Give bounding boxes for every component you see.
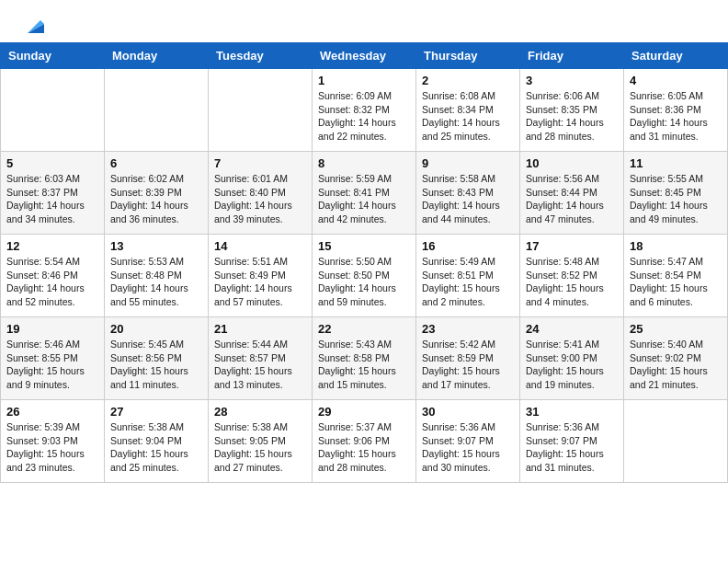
day-number: 9: [422, 156, 514, 170]
day-info: Sunrise: 5:59 AMSunset: 8:41 PMDaylight:…: [318, 172, 410, 226]
day-number: 1: [318, 74, 410, 87]
day-cell-13: 13Sunrise: 5:53 AMSunset: 8:48 PMDayligh…: [105, 235, 209, 317]
day-info: Sunrise: 5:55 AMSunset: 8:45 PMDaylight:…: [630, 172, 722, 226]
logo-icon: [24, 17, 44, 33]
day-cell-29: 29Sunrise: 5:37 AMSunset: 9:06 PMDayligh…: [313, 400, 416, 483]
day-info: Sunrise: 6:08 AMSunset: 8:34 PMDaylight:…: [422, 89, 514, 144]
day-info: Sunrise: 5:53 AMSunset: 8:48 PMDaylight:…: [110, 255, 202, 309]
day-number: 15: [318, 239, 410, 253]
day-cell-28: 28Sunrise: 5:38 AMSunset: 9:05 PMDayligh…: [209, 400, 313, 483]
weekday-header-sunday: Sunday: [1, 43, 105, 69]
week-row-4: 19Sunrise: 5:46 AMSunset: 8:55 PMDayligh…: [1, 317, 728, 400]
day-number: 21: [214, 322, 306, 336]
day-number: 17: [526, 239, 618, 253]
empty-cell: [624, 400, 728, 483]
day-info: Sunrise: 5:39 AMSunset: 9:03 PMDaylight:…: [6, 420, 98, 475]
day-info: Sunrise: 5:36 AMSunset: 9:07 PMDaylight:…: [422, 420, 514, 475]
day-number: 22: [318, 322, 410, 336]
day-info: Sunrise: 6:02 AMSunset: 8:39 PMDaylight:…: [110, 172, 202, 226]
day-cell-4: 4Sunrise: 6:05 AMSunset: 8:36 PMDaylight…: [624, 69, 728, 152]
logo: [22, 17, 44, 33]
empty-cell: [1, 69, 105, 152]
day-info: Sunrise: 5:45 AMSunset: 8:56 PMDaylight:…: [110, 338, 202, 392]
empty-cell: [209, 69, 313, 152]
day-cell-31: 31Sunrise: 5:36 AMSunset: 9:07 PMDayligh…: [520, 400, 624, 483]
week-row-3: 12Sunrise: 5:54 AMSunset: 8:46 PMDayligh…: [1, 235, 728, 317]
day-cell-1: 1Sunrise: 6:09 AMSunset: 8:32 PMDaylight…: [313, 69, 416, 152]
day-number: 4: [630, 74, 722, 87]
weekday-header-thursday: Thursday: [416, 43, 520, 69]
day-number: 30: [422, 405, 514, 419]
day-cell-19: 19Sunrise: 5:46 AMSunset: 8:55 PMDayligh…: [1, 317, 105, 400]
day-cell-26: 26Sunrise: 5:39 AMSunset: 9:03 PMDayligh…: [1, 400, 105, 483]
day-info: Sunrise: 5:46 AMSunset: 8:55 PMDaylight:…: [6, 338, 98, 392]
day-number: 27: [110, 405, 202, 419]
day-number: 19: [6, 322, 98, 336]
day-info: Sunrise: 5:42 AMSunset: 8:59 PMDaylight:…: [422, 338, 514, 392]
day-info: Sunrise: 5:51 AMSunset: 8:49 PMDaylight:…: [214, 255, 306, 309]
day-number: 23: [422, 322, 514, 336]
day-number: 24: [526, 322, 618, 336]
day-cell-24: 24Sunrise: 5:41 AMSunset: 9:00 PMDayligh…: [520, 317, 624, 400]
day-info: Sunrise: 5:56 AMSunset: 8:44 PMDaylight:…: [526, 172, 618, 226]
day-number: 11: [630, 156, 722, 170]
day-cell-10: 10Sunrise: 5:56 AMSunset: 8:44 PMDayligh…: [520, 152, 624, 235]
day-cell-9: 9Sunrise: 5:58 AMSunset: 8:43 PMDaylight…: [416, 152, 520, 235]
day-number: 5: [6, 156, 98, 170]
day-number: 10: [526, 156, 618, 170]
calendar-table: SundayMondayTuesdayWednesdayThursdayFrid…: [0, 42, 728, 483]
day-number: 18: [630, 239, 722, 253]
day-info: Sunrise: 5:37 AMSunset: 9:06 PMDaylight:…: [318, 420, 410, 475]
weekday-header-saturday: Saturday: [624, 43, 728, 69]
day-number: 7: [214, 156, 306, 170]
day-info: Sunrise: 5:47 AMSunset: 8:54 PMDaylight:…: [630, 255, 722, 309]
day-cell-21: 21Sunrise: 5:44 AMSunset: 8:57 PMDayligh…: [209, 317, 313, 400]
day-cell-6: 6Sunrise: 6:02 AMSunset: 8:39 PMDaylight…: [105, 152, 209, 235]
day-number: 26: [6, 405, 98, 419]
day-cell-11: 11Sunrise: 5:55 AMSunset: 8:45 PMDayligh…: [624, 152, 728, 235]
day-cell-3: 3Sunrise: 6:06 AMSunset: 8:35 PMDaylight…: [520, 69, 624, 152]
week-row-5: 26Sunrise: 5:39 AMSunset: 9:03 PMDayligh…: [1, 400, 728, 483]
weekday-header-wednesday: Wednesday: [313, 43, 416, 69]
day-info: Sunrise: 5:43 AMSunset: 8:58 PMDaylight:…: [318, 338, 410, 392]
day-info: Sunrise: 6:01 AMSunset: 8:40 PMDaylight:…: [214, 172, 306, 226]
day-cell-20: 20Sunrise: 5:45 AMSunset: 8:56 PMDayligh…: [105, 317, 209, 400]
day-number: 20: [110, 322, 202, 336]
day-number: 31: [526, 405, 618, 419]
day-cell-17: 17Sunrise: 5:48 AMSunset: 8:52 PMDayligh…: [520, 235, 624, 317]
day-info: Sunrise: 6:03 AMSunset: 8:37 PMDaylight:…: [6, 172, 98, 226]
day-cell-25: 25Sunrise: 5:40 AMSunset: 9:02 PMDayligh…: [624, 317, 728, 400]
day-info: Sunrise: 5:40 AMSunset: 9:02 PMDaylight:…: [630, 338, 722, 392]
day-info: Sunrise: 5:49 AMSunset: 8:51 PMDaylight:…: [422, 255, 514, 309]
weekday-header-monday: Monday: [105, 43, 209, 69]
day-cell-12: 12Sunrise: 5:54 AMSunset: 8:46 PMDayligh…: [1, 235, 105, 317]
header: [0, 0, 728, 42]
day-cell-14: 14Sunrise: 5:51 AMSunset: 8:49 PMDayligh…: [209, 235, 313, 317]
day-info: Sunrise: 5:38 AMSunset: 9:05 PMDaylight:…: [214, 420, 306, 475]
day-info: Sunrise: 5:36 AMSunset: 9:07 PMDaylight:…: [526, 420, 618, 475]
day-info: Sunrise: 5:54 AMSunset: 8:46 PMDaylight:…: [6, 255, 98, 309]
day-cell-2: 2Sunrise: 6:08 AMSunset: 8:34 PMDaylight…: [416, 69, 520, 152]
day-cell-23: 23Sunrise: 5:42 AMSunset: 8:59 PMDayligh…: [416, 317, 520, 400]
week-row-2: 5Sunrise: 6:03 AMSunset: 8:37 PMDaylight…: [1, 152, 728, 235]
day-number: 16: [422, 239, 514, 253]
day-cell-5: 5Sunrise: 6:03 AMSunset: 8:37 PMDaylight…: [1, 152, 105, 235]
day-cell-18: 18Sunrise: 5:47 AMSunset: 8:54 PMDayligh…: [624, 235, 728, 317]
day-info: Sunrise: 5:50 AMSunset: 8:50 PMDaylight:…: [318, 255, 410, 309]
day-info: Sunrise: 5:48 AMSunset: 8:52 PMDaylight:…: [526, 255, 618, 309]
day-number: 12: [6, 239, 98, 253]
empty-cell: [105, 69, 209, 152]
day-info: Sunrise: 5:41 AMSunset: 9:00 PMDaylight:…: [526, 338, 618, 392]
day-cell-7: 7Sunrise: 6:01 AMSunset: 8:40 PMDaylight…: [209, 152, 313, 235]
day-info: Sunrise: 5:58 AMSunset: 8:43 PMDaylight:…: [422, 172, 514, 226]
day-number: 3: [526, 74, 618, 87]
day-number: 2: [422, 74, 514, 87]
day-number: 28: [214, 405, 306, 419]
page: SundayMondayTuesdayWednesdayThursdayFrid…: [0, 0, 728, 483]
day-number: 29: [318, 405, 410, 419]
day-info: Sunrise: 6:06 AMSunset: 8:35 PMDaylight:…: [526, 89, 618, 144]
day-cell-15: 15Sunrise: 5:50 AMSunset: 8:50 PMDayligh…: [313, 235, 416, 317]
weekday-header-tuesday: Tuesday: [209, 43, 313, 69]
day-cell-22: 22Sunrise: 5:43 AMSunset: 8:58 PMDayligh…: [313, 317, 416, 400]
day-cell-27: 27Sunrise: 5:38 AMSunset: 9:04 PMDayligh…: [105, 400, 209, 483]
